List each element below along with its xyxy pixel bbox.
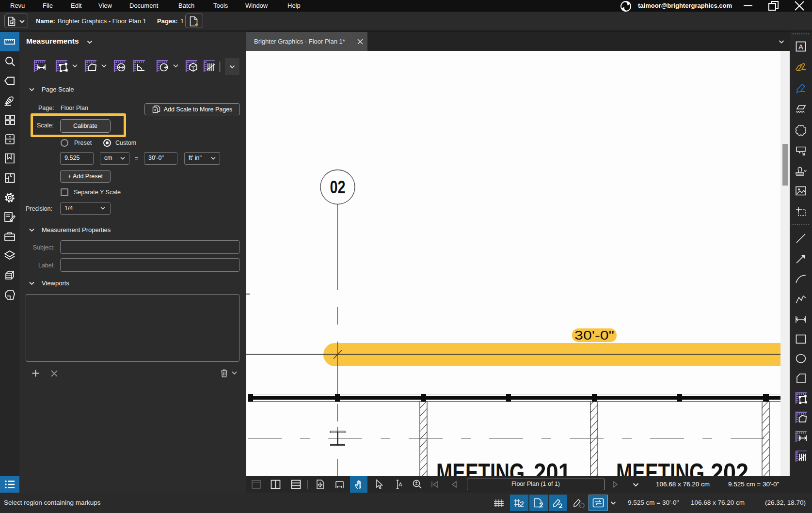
- svg-text:A: A: [798, 43, 803, 51]
- svg-text:02: 02: [330, 177, 346, 197]
- svg-text:A: A: [398, 482, 402, 487]
- svg-text:30'-0": 30'-0": [574, 328, 614, 342]
- svg-text:MEETING: MEETING: [616, 458, 704, 476]
- svg-text:202: 202: [711, 458, 748, 476]
- svg-text:MEETING: MEETING: [436, 458, 525, 476]
- svg-text:201: 201: [534, 458, 571, 476]
